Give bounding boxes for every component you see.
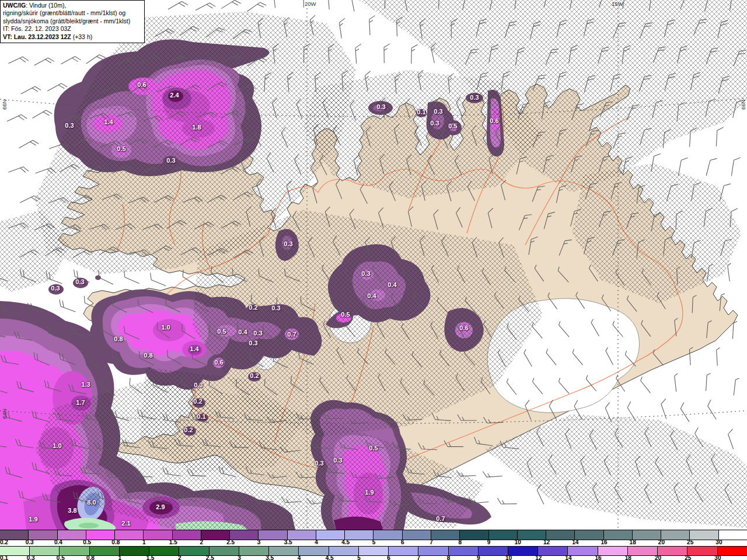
colorbar-segment xyxy=(489,530,518,540)
colorbar-segment xyxy=(0,547,30,555)
forecast-info-box: UWC/IG: Vindur (10m), rigning/skúrir (gr… xyxy=(0,0,145,43)
colorbar-tick-label: 1.5 xyxy=(169,540,177,545)
colorbar-tick-label: 20 xyxy=(658,540,665,545)
colorbar-segment xyxy=(658,547,687,555)
colorbar-tick-label: 2.5 xyxy=(226,540,235,545)
colorbar-tick-label: 6 xyxy=(401,540,404,545)
colorbar-segment xyxy=(359,547,389,555)
colorbar-tick-label: 25 xyxy=(687,540,693,545)
precip-value-label: 0.5 xyxy=(448,123,457,130)
colorbar-tick-label: 20 xyxy=(655,555,661,560)
colorbar-tick-label: 4 xyxy=(298,555,301,560)
precip-value-label: 0.3 xyxy=(249,340,257,346)
colorbar-tick-label: 0.3 xyxy=(27,555,35,560)
colorbar-tick-label: 4 xyxy=(315,540,318,545)
precip-value-label: 0.3 xyxy=(315,460,323,467)
colorbar-segment xyxy=(269,547,299,555)
colorbar-tick-label: 12 xyxy=(535,555,542,560)
colorbar-tick-label: 16 xyxy=(601,540,607,545)
precip-value-label: 0.3 xyxy=(284,240,292,247)
precip-value-label: 1.4 xyxy=(190,345,198,352)
coordinate-label: 66N xyxy=(1,100,8,110)
precip-value-label: 0.1 xyxy=(197,413,205,420)
precip-value-label: 3.8 xyxy=(68,507,76,514)
precip-value-label: 1.8 xyxy=(192,124,201,131)
colorbar-tick-label: 14 xyxy=(565,555,571,560)
precip-value-label: 1.0 xyxy=(53,442,61,449)
colorbar-segment xyxy=(403,530,431,540)
colorbar-segment xyxy=(210,547,239,555)
legend-colorbars: 0.20.30.40.50.811.522.533.544.5567891012… xyxy=(0,530,747,560)
colorbar-tick-label: 0.3 xyxy=(26,540,34,545)
colorbar-segment xyxy=(538,547,568,555)
colorbar-tick-label: 9 xyxy=(477,555,480,560)
colorbar-tick-label: 30 xyxy=(714,555,721,560)
colorbar-tick-label: 4.5 xyxy=(326,555,334,560)
coordinate-label: 64N xyxy=(1,409,8,419)
colorbar-segment xyxy=(518,530,546,540)
colorbar-segment xyxy=(575,530,603,540)
colorbar-segment xyxy=(29,530,57,540)
precip-value-label: 1.9 xyxy=(29,516,37,523)
colorbar-tick-label: 2 xyxy=(200,540,203,545)
precip-value-label: 0.3 xyxy=(253,330,262,337)
colorbar-segment xyxy=(431,530,460,540)
precip-value-label: 0.3 xyxy=(333,457,342,464)
colorbar-tick-label: 7 xyxy=(430,540,433,545)
colorbar-tick-label: 18 xyxy=(625,555,631,560)
colorbar-tick-label: 10 xyxy=(515,540,521,545)
precip-value-label: 1.9 xyxy=(365,489,374,496)
precip-value-label: 1.4 xyxy=(104,118,113,125)
info-line-1: UWC/IG: Vindur (10m), xyxy=(3,2,142,9)
colorbar-segment xyxy=(508,547,538,555)
precip-value-label: 0.6 xyxy=(490,117,498,124)
precip-value-label: 0.3 xyxy=(75,278,84,285)
colorbar-segment xyxy=(418,547,448,555)
colorbar-tick-label: 2.5 xyxy=(206,555,214,560)
colorbar-tick-label: 0.5 xyxy=(57,555,65,560)
colorbar-tick-label: 16 xyxy=(595,555,602,560)
precip-value-label: 0.3 xyxy=(470,94,479,101)
colorbar-segment xyxy=(179,547,209,555)
colorbar-tick-label: 10 xyxy=(505,555,512,560)
colorbar-tick-label: 0.8 xyxy=(86,555,95,560)
colorbar-tick-label: 1.5 xyxy=(146,555,154,560)
colorbar-segment xyxy=(598,547,628,555)
colorbar-tick-label: 3 xyxy=(257,540,261,545)
colorbar-segment xyxy=(259,530,287,540)
sleet-snow-colorbar-labels: 0.20.30.40.50.811.522.533.544.5567891012… xyxy=(0,540,747,547)
precip-value-label: 0.5 xyxy=(217,328,226,335)
precip-value-label: 0.3 xyxy=(376,103,385,110)
precip-value-label: 0.2 xyxy=(249,304,257,311)
precip-value-label: 2.9 xyxy=(156,503,165,510)
colorbar-segment xyxy=(479,547,508,555)
precip-value-label: 0.2 xyxy=(193,398,202,405)
colorbar-segment xyxy=(345,530,374,540)
colorbar-segment xyxy=(389,547,418,555)
info-line-5: VT: Lau. 23.12.2023 12Z (+33 h) xyxy=(3,33,142,41)
colorbar-segment xyxy=(316,530,345,540)
precip-value-label: 0.1 xyxy=(417,108,425,116)
colorbar-tick-label: 0.4 xyxy=(54,540,62,545)
map-canvas xyxy=(0,0,747,560)
precip-value-label: 0.3 xyxy=(65,122,74,129)
colorbar-tick-label: 3.5 xyxy=(266,555,274,560)
precip-value-label: 0.3 xyxy=(271,304,280,312)
coordinate-label: 15W xyxy=(612,1,623,7)
colorbar-segment xyxy=(460,530,488,540)
colorbar-tick-label: 6 xyxy=(387,555,390,560)
precip-value-label: 0.8 xyxy=(114,335,123,342)
colorbar-segment xyxy=(687,547,717,555)
precip-value-label: 0.3 xyxy=(51,285,60,292)
colorbar-tick-label: 5 xyxy=(372,540,376,545)
precip-value-label: 0.3 xyxy=(361,270,370,277)
colorbar-segment xyxy=(374,530,402,540)
colorbar-tick-label: 30 xyxy=(715,540,722,545)
precip-value-label: 0.3 xyxy=(430,120,439,127)
colorbar-tick-label: 14 xyxy=(572,540,578,545)
precip-value-label: 0.4 xyxy=(388,281,396,288)
colorbar-segment xyxy=(0,530,29,540)
coordinate-label: 66N xyxy=(740,100,746,110)
colorbar-segment xyxy=(546,530,575,540)
colorbar-tick-label: 12 xyxy=(543,540,550,545)
